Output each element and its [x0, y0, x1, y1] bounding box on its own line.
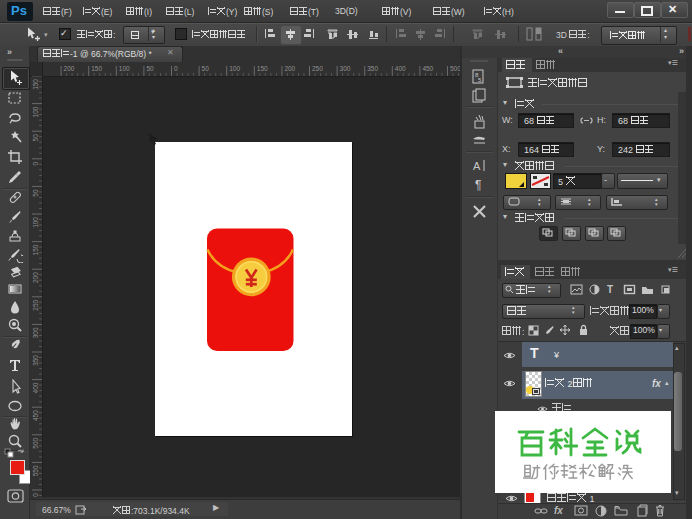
svg-text:50: 50 [32, 189, 39, 197]
svg-text:400: 400 [395, 65, 406, 72]
svg-text:150: 150 [91, 65, 102, 72]
svg-text:250: 250 [32, 299, 39, 310]
svg-text:200: 200 [64, 65, 75, 72]
svg-text:5: 5 [478, 77, 482, 83]
svg-text:150: 150 [32, 244, 39, 255]
svg-text:550: 550 [32, 465, 39, 476]
svg-text:150: 150 [257, 65, 268, 72]
svg-text:0: 0 [32, 161, 39, 165]
svg-text:100: 100 [119, 65, 130, 72]
svg-text:300: 300 [32, 327, 39, 338]
svg-text:450: 450 [422, 65, 433, 72]
svg-text:400: 400 [32, 382, 39, 393]
svg-text:A: A [473, 160, 481, 172]
svg-text:300: 300 [340, 65, 351, 72]
svg-text:50: 50 [146, 65, 154, 72]
svg-text:500: 500 [32, 437, 39, 448]
svg-text:100: 100 [32, 217, 39, 228]
svg-text:50: 50 [32, 134, 39, 142]
svg-text:0: 0 [174, 65, 178, 72]
svg-text:150: 150 [32, 79, 39, 90]
svg-text:200: 200 [284, 65, 295, 72]
svg-text:500: 500 [450, 65, 460, 72]
svg-text:200: 200 [32, 272, 39, 283]
svg-text:350: 350 [367, 65, 378, 72]
svg-text:450: 450 [32, 410, 39, 421]
svg-text:100: 100 [229, 65, 240, 72]
svg-text:100: 100 [32, 106, 39, 117]
svg-text:50: 50 [202, 65, 210, 72]
svg-text:350: 350 [32, 355, 39, 366]
svg-text:250: 250 [312, 65, 323, 72]
svg-text:¶: ¶ [475, 178, 481, 192]
